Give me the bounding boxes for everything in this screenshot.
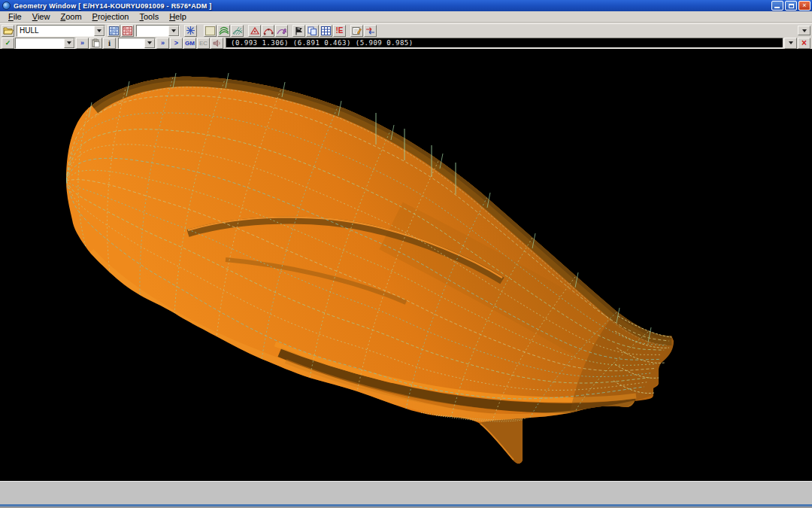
open-folder-button[interactable] xyxy=(2,25,14,37)
double-chevron-icon: » xyxy=(161,39,165,47)
surface-red-button[interactable] xyxy=(121,25,134,37)
double-chevron-icon: » xyxy=(80,39,84,47)
coordinate-dropdown-button[interactable] xyxy=(784,38,797,49)
menu-bar: File View Zoom Projection Tools Help xyxy=(0,11,812,23)
minimize-icon xyxy=(774,7,780,8)
ec-button[interactable]: EC xyxy=(197,38,210,49)
expand-button-1[interactable]: » xyxy=(76,38,89,49)
note-edit-button[interactable] xyxy=(350,25,363,37)
step-button[interactable]: > xyxy=(170,38,183,49)
flag-icon xyxy=(294,26,304,35)
coordinate-display: (0.993 1.306) (6.891 0.463) (5.909 0.985… xyxy=(226,38,783,48)
error-list-icon: !E xyxy=(336,26,344,35)
triangle-icon xyxy=(250,26,260,35)
coordinate-readout: (0.993 1.306) (6.891 0.463) (5.909 0.985… xyxy=(226,39,414,47)
paste-clipboard-icon xyxy=(92,38,100,47)
menu-file[interactable]: File xyxy=(3,11,27,23)
skeg-fin xyxy=(479,418,523,464)
error-list-button[interactable]: !E xyxy=(333,25,346,37)
curve-pen-icon xyxy=(277,26,287,35)
blank-button[interactable] xyxy=(204,25,217,37)
app-icon xyxy=(2,2,11,10)
chevron-icon: > xyxy=(174,39,178,47)
restore-button[interactable] xyxy=(785,1,797,11)
hull-combo-value: HULL xyxy=(17,26,94,36)
surface-blue-icon xyxy=(109,26,119,35)
toolbar-overflow-button[interactable] xyxy=(798,26,810,35)
command-combo-1[interactable] xyxy=(15,38,75,49)
close-icon: × xyxy=(802,2,806,9)
curve-pen-button[interactable] xyxy=(275,25,288,37)
transfer-button[interactable] xyxy=(364,25,377,37)
copy-pages-icon xyxy=(308,26,317,35)
note-edit-icon xyxy=(352,26,362,35)
chevron-down-icon[interactable] xyxy=(144,38,155,48)
paste-button[interactable] xyxy=(89,38,102,49)
speaker-button[interactable] xyxy=(211,38,223,49)
menu-tools[interactable]: Tools xyxy=(134,11,164,23)
asterisk-icon xyxy=(186,26,195,35)
menu-help[interactable]: Help xyxy=(164,11,192,23)
flag-button[interactable] xyxy=(292,25,305,37)
chevron-down-icon[interactable] xyxy=(64,38,74,48)
command-combo-2[interactable] xyxy=(118,38,156,49)
open-folder-icon xyxy=(3,26,14,35)
hull-selector-combo[interactable]: HULL xyxy=(17,25,105,37)
hatch-surface-button[interactable] xyxy=(231,25,244,37)
geometry-viewport[interactable] xyxy=(0,49,812,481)
window-title: Geometry Window [ E/HY14-KOURYU091009 - … xyxy=(14,2,212,10)
curve-points-icon xyxy=(263,26,274,35)
overflow-chevron-icon xyxy=(802,29,807,32)
command-toolbar: ✓ » i » xyxy=(0,37,812,49)
command-combo1-value xyxy=(16,38,64,48)
gm-label: GM xyxy=(185,40,195,47)
info-button[interactable]: i xyxy=(103,38,116,49)
chevron-down-icon[interactable] xyxy=(94,26,105,36)
command-combo2-value xyxy=(119,38,144,48)
menu-projection[interactable]: Projection xyxy=(87,11,135,23)
ec-label: EC xyxy=(199,40,208,47)
speaker-icon xyxy=(213,39,221,47)
grid-table-button[interactable] xyxy=(320,25,332,37)
copy-pages-button[interactable] xyxy=(306,25,319,37)
clear-button[interactable]: × xyxy=(798,38,810,49)
main-toolbar: HULL xyxy=(0,23,812,37)
chevron-down-icon xyxy=(789,41,793,44)
asterisk-button[interactable] xyxy=(184,25,197,37)
curves-button[interactable] xyxy=(217,25,230,37)
restore-icon xyxy=(789,4,794,8)
title-bar[interactable]: Geometry Window [ E/HY14-KOURYU091009 - … xyxy=(0,0,812,11)
transfer-icon xyxy=(365,26,375,35)
hull-3d-model xyxy=(0,49,812,481)
menu-zoom[interactable]: Zoom xyxy=(55,11,86,23)
chevron-down-icon[interactable] xyxy=(168,26,179,36)
selection-combo-2[interactable] xyxy=(136,25,180,37)
hatch-surface-icon xyxy=(232,26,243,35)
curves-icon xyxy=(219,26,229,35)
info-icon: i xyxy=(108,38,111,47)
surface-red-icon xyxy=(123,26,132,35)
check-icon: ✓ xyxy=(5,39,11,47)
apply-button[interactable]: ✓ xyxy=(2,38,14,49)
geometry-window: Geometry Window [ E/HY14-KOURYU091009 - … xyxy=(0,0,812,508)
expand-button-2[interactable]: » xyxy=(156,38,169,49)
clear-x-icon: × xyxy=(801,38,807,48)
bottom-panel xyxy=(0,481,812,504)
combo2-value xyxy=(137,26,168,36)
grid-table-icon xyxy=(321,26,331,35)
surface-blue-button[interactable] xyxy=(108,25,120,37)
blank-icon xyxy=(205,26,215,35)
curve-points-button[interactable] xyxy=(262,25,274,37)
gm-button[interactable]: GM xyxy=(183,38,196,49)
menu-view[interactable]: View xyxy=(27,11,56,23)
triangle-button[interactable] xyxy=(248,25,261,37)
minimize-button[interactable] xyxy=(771,1,783,11)
close-button[interactable]: × xyxy=(798,1,810,11)
